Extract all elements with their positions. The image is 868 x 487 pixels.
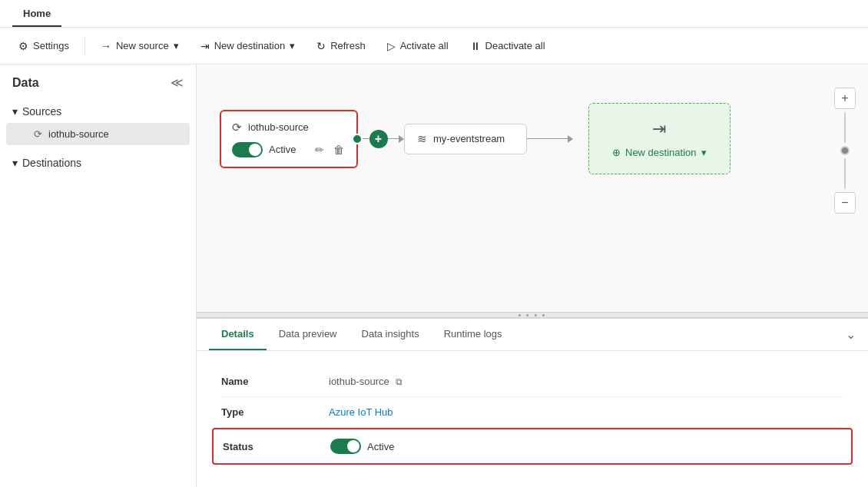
flow-canvas: ⟳ iothub-source Active ✏ 🗑	[197, 65, 868, 312]
sidebar-section-destinations: ▾ Destinations	[0, 149, 196, 177]
tab-details[interactable]: Details	[209, 319, 267, 350]
status-label: Status	[223, 441, 315, 452]
zoom-track	[844, 112, 846, 143]
new-source-button[interactable]: → New source ▾	[91, 35, 188, 57]
arrow-connector-2	[527, 135, 573, 143]
toolbar-divider-1	[84, 37, 85, 55]
sidebar: Data ≪ ▾ Sources ⟳ iothub-source ▾ Desti…	[0, 65, 197, 487]
eventstream-node[interactable]: ≋ my-eventstream	[404, 124, 527, 154]
details-collapse-button[interactable]: ⌄	[846, 327, 856, 342]
iothub-source-icon: ⟳	[34, 128, 42, 140]
node-delete-button[interactable]: 🗑	[332, 142, 346, 157]
detail-row-type: Type Azure IoT Hub	[221, 397, 843, 428]
new-destination-node-button[interactable]: ⊕ New destination ▾	[612, 147, 707, 158]
main-layout: Data ≪ ▾ Sources ⟳ iothub-source ▾ Desti…	[0, 65, 868, 487]
copy-icon[interactable]: ⧉	[396, 376, 403, 387]
type-value[interactable]: Azure IoT Hub	[329, 406, 393, 418]
zoom-in-button[interactable]: +	[834, 88, 856, 109]
arrow-head-1	[399, 135, 404, 143]
name-label: Name	[221, 376, 313, 387]
tab-home[interactable]: Home	[12, 2, 61, 27]
deactivate-all-button[interactable]: ⏸ Deactivate all	[461, 35, 555, 57]
details-tabs-left: Details Data preview Data insights Runti…	[209, 319, 515, 350]
settings-button[interactable]: ⚙ Settings	[9, 35, 78, 57]
tab-data-insights[interactable]: Data insights	[350, 319, 432, 350]
zoom-handle[interactable]	[840, 146, 850, 155]
add-node-button[interactable]: +	[369, 130, 388, 148]
node-edit-button[interactable]: ✏	[313, 142, 326, 157]
sidebar-section-destinations-header[interactable]: ▾ Destinations	[0, 152, 196, 174]
type-label: Type	[221, 406, 313, 418]
arrow-head-2	[568, 135, 573, 143]
new-destination-icon: ⇥	[200, 40, 210, 52]
new-source-dropdown-icon: ▾	[174, 40, 179, 51]
source-node-title: ⟳ iothub-source	[232, 121, 346, 134]
new-destination-dropdown-icon: ▾	[290, 40, 295, 51]
source-node[interactable]: ⟳ iothub-source Active ✏ 🗑	[220, 110, 358, 168]
new-source-icon: →	[101, 40, 111, 52]
zoom-out-button[interactable]: −	[834, 192, 856, 214]
status-active-row: Active	[330, 439, 394, 454]
destinations-chevron-icon: ▾	[12, 157, 18, 169]
sidebar-collapse-button[interactable]: ≪	[171, 75, 184, 90]
activate-icon: ▷	[387, 40, 396, 52]
activate-all-button[interactable]: ▷ Activate all	[378, 35, 458, 57]
toolbar: ⚙ Settings → New source ▾ ⇥ New destinat…	[0, 28, 868, 65]
name-value: iothub-source	[329, 376, 389, 387]
detail-row-status: Status Active	[212, 428, 853, 465]
node-actions: ✏ 🗑	[313, 142, 346, 157]
source-connector-dot	[352, 134, 363, 144]
flow-content: ⟳ iothub-source Active ✏ 🗑	[220, 103, 822, 174]
status-active-text: Active	[367, 441, 394, 452]
details-panel: Details Data preview Data insights Runti…	[197, 318, 868, 487]
refresh-icon: ↻	[316, 40, 326, 52]
canvas-area: ⟳ iothub-source Active ✏ 🗑	[197, 65, 868, 487]
tab-bar: Home	[0, 0, 868, 28]
arrow-line-3	[527, 138, 568, 139]
source-status-label: Active	[269, 144, 296, 155]
source-node-icon: ⟳	[232, 121, 242, 134]
tab-data-preview[interactable]: Data preview	[267, 319, 350, 350]
details-content: Name iothub-source ⧉ Type Azure IoT Hub …	[197, 351, 868, 480]
new-destination-button[interactable]: ⇥ New destination ▾	[191, 35, 305, 57]
name-value-row: iothub-source ⧉	[329, 376, 403, 387]
new-dest-chevron-icon: ▾	[701, 147, 707, 158]
destination-node[interactable]: ⇥ ⊕ New destination ▾	[588, 103, 731, 174]
new-dest-plus-icon: ⊕	[612, 147, 621, 158]
arrow-connector-1: +	[358, 130, 404, 148]
status-toggle[interactable]	[330, 439, 361, 454]
node-toggle-row: Active ✏ 🗑	[232, 142, 346, 157]
zoom-track-2	[844, 158, 846, 189]
source-toggle[interactable]	[232, 142, 263, 157]
sidebar-section-sources: ▾ Sources ⟳ iothub-source	[0, 98, 196, 149]
zoom-controls: + −	[834, 88, 856, 214]
tab-runtime-logs[interactable]: Runtime logs	[432, 319, 515, 350]
sources-chevron-icon: ▾	[12, 105, 18, 118]
settings-icon: ⚙	[18, 40, 28, 52]
sidebar-title: Data	[12, 76, 39, 90]
canvas-resize-handle[interactable]: • • • •	[197, 312, 868, 318]
refresh-button[interactable]: ↻ Refresh	[307, 35, 375, 57]
sidebar-header: Data ≪	[0, 65, 196, 98]
sidebar-section-sources-header[interactable]: ▾ Sources	[0, 101, 196, 122]
sidebar-item-iothub-source[interactable]: ⟳ iothub-source	[6, 123, 190, 145]
destination-icon: ⇥	[652, 119, 666, 139]
details-tabs: Details Data preview Data insights Runti…	[197, 319, 868, 351]
eventstream-icon: ≋	[417, 132, 427, 146]
detail-row-name: Name iothub-source ⧉	[221, 366, 843, 397]
deactivate-icon: ⏸	[470, 40, 481, 52]
